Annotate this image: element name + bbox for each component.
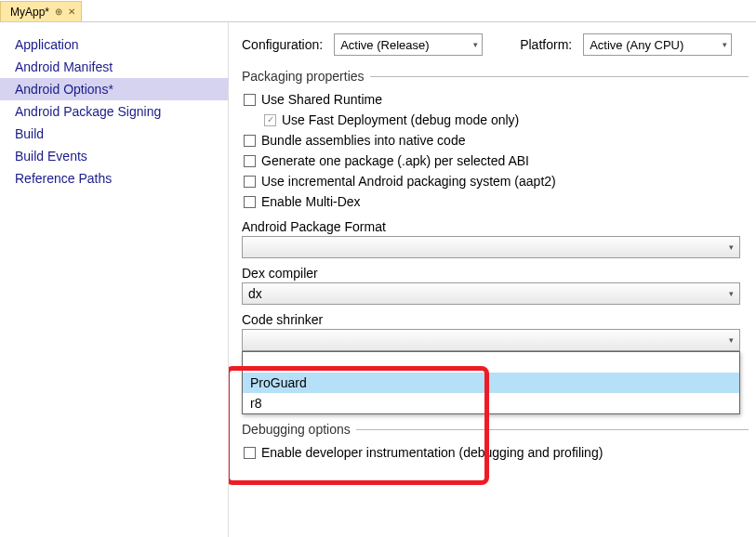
chevron-down-icon: ▾	[729, 335, 734, 345]
main-panel: Configuration: Active (Release) ▾ Platfo…	[229, 22, 756, 537]
aapt2-checkbox[interactable]	[244, 176, 256, 188]
sidebar-item-build-events[interactable]: Build Events	[0, 145, 228, 167]
bundle-native-row[interactable]: Bundle assemblies into native code	[242, 130, 749, 151]
multidex-checkbox[interactable]	[244, 196, 256, 208]
chevron-down-icon: ▾	[729, 289, 734, 298]
one-pkg-abi-row[interactable]: Generate one package (.apk) per selected…	[242, 151, 749, 171]
sidebar-item-reference-paths[interactable]: Reference Paths	[0, 167, 228, 190]
pkg-format-label: Android Package Format	[242, 219, 749, 234]
bundle-native-checkbox[interactable]	[244, 135, 256, 147]
platform-label: Platform:	[520, 37, 572, 52]
code-shrinker-label: Code shrinker	[242, 312, 749, 327]
one-pkg-abi-checkbox[interactable]	[244, 155, 256, 167]
close-icon[interactable]: ✕	[68, 7, 75, 17]
sidebar: Application Android Manifest Android Opt…	[0, 22, 229, 537]
tab-title: MyApp*	[10, 6, 49, 19]
dex-compiler-label: Dex compiler	[242, 266, 749, 281]
sidebar-item-android-manifest[interactable]: Android Manifest	[0, 56, 228, 78]
pin-icon[interactable]: ⊕	[55, 7, 62, 17]
chevron-down-icon: ▾	[723, 40, 727, 49]
shrinker-option-blank[interactable]	[243, 352, 739, 373]
platform-dropdown[interactable]: Active (Any CPU) ▾	[583, 33, 732, 56]
code-shrinker-options[interactable]: ProGuard r8	[242, 351, 740, 414]
sidebar-item-package-signing[interactable]: Android Package Signing	[0, 100, 228, 123]
shared-runtime-row[interactable]: Use Shared Runtime	[242, 89, 749, 110]
fast-deploy-checkbox[interactable]: ✓	[264, 114, 276, 126]
fast-deploy-row[interactable]: ✓ Use Fast Deployment (debug mode only)	[242, 110, 749, 130]
config-platform-row: Configuration: Active (Release) ▾ Platfo…	[242, 33, 749, 56]
shrinker-option-r8[interactable]: r8	[243, 393, 739, 413]
configuration-label: Configuration:	[242, 37, 323, 52]
sidebar-item-build[interactable]: Build	[0, 123, 228, 145]
aapt2-row[interactable]: Use incremental Android packaging system…	[242, 171, 749, 191]
debugging-group-label: Debugging options	[242, 422, 749, 437]
chevron-down-icon: ▾	[729, 242, 734, 252]
shrinker-option-proguard[interactable]: ProGuard	[243, 373, 739, 393]
pkg-format-dropdown[interactable]: ▾	[242, 236, 740, 258]
sidebar-item-android-options[interactable]: Android Options*	[0, 78, 228, 100]
dev-instr-checkbox[interactable]	[244, 447, 256, 459]
shared-runtime-checkbox[interactable]	[244, 94, 256, 106]
sidebar-item-application[interactable]: Application	[0, 33, 228, 56]
packaging-group-label: Packaging properties	[242, 69, 749, 84]
multidex-row[interactable]: Enable Multi-Dex	[242, 191, 749, 212]
chevron-down-icon: ▾	[473, 40, 478, 49]
dev-instr-row[interactable]: Enable developer instrumentation (debugg…	[242, 442, 749, 463]
tab-bar: MyApp* ⊕ ✕	[0, 0, 756, 22]
configuration-dropdown[interactable]: Active (Release) ▾	[334, 33, 483, 56]
code-shrinker-dropdown[interactable]: ▾	[242, 329, 740, 351]
document-tab[interactable]: MyApp* ⊕ ✕	[0, 1, 82, 21]
dex-compiler-dropdown[interactable]: dx ▾	[242, 282, 740, 305]
